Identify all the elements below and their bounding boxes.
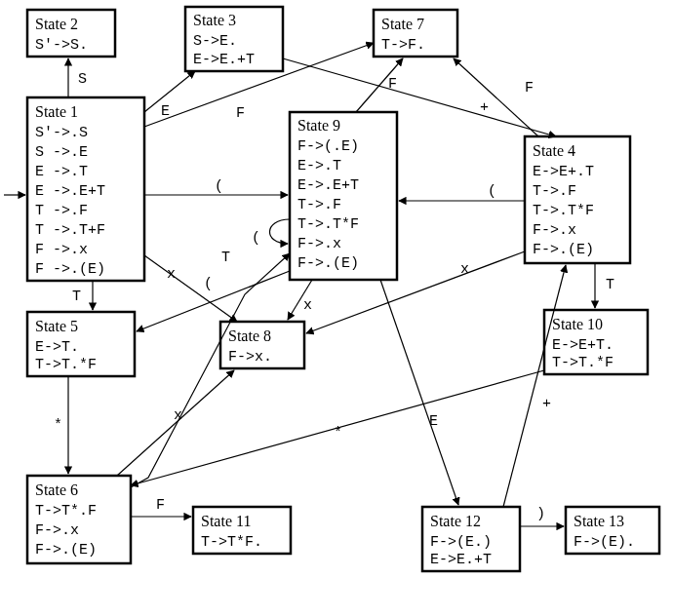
state-5-item: T->T.*F [35, 357, 97, 373]
edge-label-1-5: T [72, 289, 81, 305]
state-1-item: F ->.(E) [35, 261, 105, 278]
edge-label-9-7: F [388, 76, 397, 93]
state-9-item: E->.E+T [297, 177, 359, 194]
state-10-item: T->T.*F [552, 355, 614, 371]
state-11-title: State 11 [201, 513, 251, 529]
state-1-item: T ->.T+F [35, 222, 105, 239]
edge-label-6-9: ( [204, 276, 213, 292]
state-1-item: F ->.x [35, 242, 88, 258]
state-1-item: E ->.T [35, 164, 88, 180]
state-10: State 10 E->E+T. T->T.*F [544, 310, 648, 374]
state-3-item: S->E. [193, 33, 237, 50]
state-11-item: T->T*F. [201, 534, 262, 551]
edge-label-12-13: ) [536, 506, 545, 522]
state-9-item: E->.T [297, 158, 341, 174]
state-10-title: State 10 [552, 316, 603, 332]
state-1-title: State 1 [35, 103, 78, 120]
state-3-title: State 3 [193, 12, 236, 28]
edge-label-9-12: E [429, 413, 438, 430]
state-9: State 9 F->(.E) E->.T E->.E+T T->.F T->.… [290, 112, 397, 280]
state-9-item: T->.T*F [297, 216, 359, 233]
state-6-item: T->T*.F [35, 503, 97, 520]
state-2-title: State 2 [35, 16, 78, 32]
state-12-item: F->(E.) [430, 534, 492, 551]
state-8-item: F->x. [228, 349, 272, 366]
state-8: State 8 F->x. [220, 322, 304, 368]
state-13-item: F->(E). [574, 534, 635, 551]
state-4: State 4 E->E+.T T->.F T->.T*F F->.x F->.… [525, 136, 630, 263]
state-7-item: T->F. [381, 37, 425, 54]
edge-label-4-9: ( [488, 183, 496, 200]
edge-label-3-4: + [480, 99, 489, 116]
state-4-item: T->.T*F [533, 203, 594, 219]
state-1-item: T ->.F [35, 203, 88, 219]
edge-label-4-10: T [606, 277, 614, 293]
edge-9-12 [380, 280, 458, 505]
state-7: State 7 T->F. [374, 10, 457, 57]
edge-label-6-11: F [156, 497, 165, 514]
edge-12-4 [503, 265, 566, 507]
state-10-item: E->E+T. [552, 337, 614, 354]
state-6: State 6 T->T*.F F->.x F->.(E) [27, 476, 131, 563]
state-4-item: F->.(E) [533, 242, 594, 258]
state-9-title: State 9 [297, 117, 340, 134]
edge-9-9 [269, 219, 290, 244]
state-6-item: F->.x [35, 522, 79, 539]
edge-label-9-5: T [221, 250, 230, 266]
edge-label-9-8: x [303, 297, 312, 314]
state-11: State 11 T->T*F. [193, 507, 291, 554]
state-1-item: E ->.E+T [35, 183, 105, 200]
state-2-item: S'->S. [35, 37, 88, 54]
state-3: State 3 S->E. E->E.+T [185, 7, 283, 71]
edge-4-7 [454, 58, 538, 136]
state-4-item: F->.x [533, 222, 576, 239]
edge-label-10-6: * [334, 425, 342, 442]
state-9-item: F->(.E) [297, 138, 359, 155]
state-5-title: State 5 [35, 318, 78, 334]
state-7-title: State 7 [381, 16, 424, 32]
edge-label-1-9: ( [215, 178, 223, 195]
state-4-item: T->.F [533, 183, 576, 200]
edge-label-4-7: F [525, 80, 534, 96]
state-9-item: F->.(E) [297, 255, 359, 272]
state-1-item: S ->.E [35, 144, 88, 161]
state-6-item: F->.(E) [35, 542, 97, 558]
state-9-item: F->.x [297, 236, 341, 252]
edge-label-1-2: S [78, 71, 87, 88]
state-13: State 13 F->(E). [566, 507, 659, 554]
edge-label-1-7: F [236, 105, 245, 122]
state-1-item: S'->.S [35, 125, 88, 141]
state-12: State 12 F->(E.) E->E.+T [422, 507, 520, 571]
edge-label-5-6: * [54, 417, 62, 434]
edge-label-12-4: + [542, 396, 551, 412]
state-9-item: T->.F [297, 197, 341, 213]
state-4-item: E->E+.T [533, 164, 594, 180]
edge-label-4-8: x [460, 261, 469, 278]
state-5-item: E->T. [35, 339, 79, 356]
state-12-title: State 12 [430, 513, 481, 529]
edge-label-9-9: ( [252, 230, 260, 247]
state-13-title: State 13 [574, 513, 624, 529]
state-5: State 5 E->T. T->T.*F [27, 312, 135, 376]
state-6-title: State 6 [35, 481, 78, 498]
edge-label-1-8: x [167, 266, 176, 283]
state-1: State 1 S'->.S S ->.E E ->.T E ->.E+T T … [27, 97, 144, 281]
state-4-title: State 4 [533, 142, 575, 159]
state-3-item: E->E.+T [193, 52, 255, 68]
state-8-title: State 8 [228, 327, 271, 344]
state-2: State 2 S'->S. [27, 10, 115, 57]
state-12-item: E->E.+T [430, 552, 492, 568]
